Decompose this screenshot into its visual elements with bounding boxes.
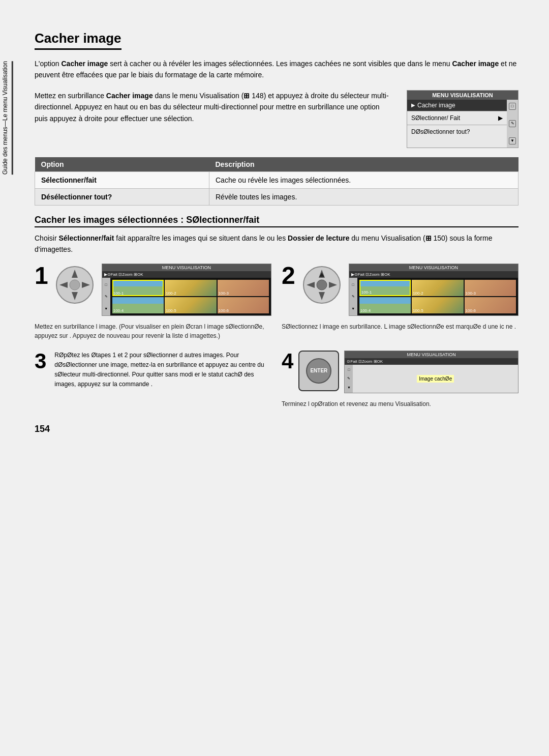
step-2-side-icons: □ ✎ ▼ — [349, 278, 357, 315]
menu-row2-label: DØsØlectionner tout? — [411, 128, 470, 135]
step-1-number-wrap: 1 — [35, 264, 48, 288]
menu-item-icon: ▶ — [411, 102, 415, 108]
step-1-thumbs: 100-1 100-2 100-3 100-4 100-5 100-6 — [110, 278, 271, 315]
enter-btn-label: ENTER — [306, 358, 331, 384]
step-3-caption: RØpØtez les Øtapes 1 et 2 pour sØlection… — [54, 351, 271, 409]
menu-row2: DØsØlectionner tout? — [407, 125, 507, 138]
step-1-number: 1 — [35, 262, 48, 289]
svg-point-5 — [70, 280, 80, 290]
table-row: Sélectionner/fait Cache ou révèle les im… — [35, 171, 518, 188]
step-4-image-area: Image cachØe — [353, 365, 518, 393]
step-2-number-wrap: 2 — [282, 264, 295, 288]
thumb-label-5: 100-5 — [166, 308, 176, 313]
step-1-block: 1 — [35, 264, 271, 340]
steps-1-2: 1 — [35, 264, 518, 340]
step-1-content: 1 — [35, 264, 271, 316]
thumb-2-4: 100-4 — [359, 297, 411, 313]
side-icon-3: ▼ — [509, 137, 516, 144]
side-icon-e: ✎ — [352, 295, 355, 299]
side-icon-g: □ — [348, 368, 350, 371]
section2-heading: Cacher les images sélectionnées : SØlect… — [35, 215, 518, 227]
thumb-grid-2: 100-1 100-2 100-3 100-4 100-5 100-6 — [357, 278, 518, 315]
thumb-label-3: 100-3 — [219, 291, 229, 296]
thumb-6: 100-6 — [218, 297, 269, 313]
step-4-caption: Terminez l opØration et revenez au menu … — [282, 399, 518, 409]
menu-row1-arrow: ▶ — [498, 114, 503, 122]
step-4-toolbar: ⊙Fait ⊡Zoom ⊞OK — [345, 358, 518, 365]
menu-side-icons: □ ✎ ▼ — [507, 100, 518, 148]
thumb-2-5: 100-5 — [412, 297, 463, 313]
option-table: Option Description Sélectionner/fait Cac… — [35, 157, 518, 206]
option-label-2: Désélectionner tout? — [41, 193, 112, 201]
step-1-menu: MENU VISUALISATION ▶⊙Fait ⊡Zoom ⊞OK □ ✎ … — [102, 264, 271, 316]
step-4-menu-body: □ ✎ ▼ Image cachØe — [345, 365, 518, 393]
thumb-label-2: 100-2 — [166, 291, 176, 296]
menu-screenshot: MENU VISUALISATION ▶ Cacher image SØlect… — [407, 90, 518, 148]
page-title: Cacher image — [35, 31, 121, 50]
option-label-1: Sélectionner/fait — [41, 176, 97, 184]
section2-intro-para: Choisir Sélectionner/fait fait apparaîtr… — [35, 232, 518, 255]
thumb-2-1: 100-1 — [359, 280, 411, 296]
step-1-menu-header: MENU VISUALISATION — [102, 264, 271, 271]
side-icon-h: ✎ — [347, 376, 350, 381]
thumb-2-3: 100-3 — [465, 280, 516, 296]
step-2-controller — [300, 264, 344, 307]
side-icon-a: □ — [105, 283, 107, 286]
step-4-side-icons: □ ✎ ▼ — [345, 365, 353, 393]
step-2-content: 2 — [282, 264, 518, 316]
side-icon-d: □ — [352, 283, 354, 286]
col-option-header: Option — [35, 157, 209, 172]
side-icon-c: ▼ — [104, 307, 108, 310]
step-2-menu: MENU VISUALISATION ▶⊙Fait ⊡Zoom ⊞OK □ ✎ … — [349, 264, 518, 316]
thumb-label-1: 100-1 — [113, 291, 124, 296]
thumb-label-2-6: 100-6 — [466, 308, 476, 313]
side-icon-b: ✎ — [105, 295, 108, 299]
steps-3-4: 3 RØpØtez les Øtapes 1 et 2 pour sØlecti… — [35, 351, 518, 409]
svg-point-11 — [317, 280, 327, 290]
side-icon-f: ▼ — [351, 307, 355, 310]
intro-text2: sert à cacher ou à révéler les images sé… — [108, 60, 452, 68]
menu-item-cacher: ▶ Cacher image — [407, 100, 507, 111]
thumb-label-2-1: 100-1 — [361, 290, 372, 295]
menu-row1: SØlectionner/ Fait ▶ — [407, 111, 507, 125]
step-2-toolbar: ▶⊙Fait ⊡Zoom ⊞OK — [349, 271, 518, 278]
thumb-5: 100-5 — [165, 297, 216, 313]
page-number: 154 — [35, 424, 518, 434]
body-text-col: Mettez en surbrillance Cacher image dans… — [35, 90, 394, 148]
page: Guide des menus—Le menu Visualisation Ca… — [0, 0, 549, 756]
thumb-label-4: 100-4 — [113, 308, 124, 313]
thumb-label-6: 100-6 — [219, 308, 229, 313]
side-tab: Guide des menus—Le menu Visualisation — [0, 0, 14, 756]
intro-text1: L'option — [35, 60, 62, 68]
side-icon-1: □ — [509, 103, 516, 110]
option-cell-1: Sélectionner/fait — [35, 171, 209, 188]
two-col-section: Mettez en surbrillance Cacher image dans… — [35, 90, 518, 148]
step-1-menu-body: □ ✎ ▼ 100-1 100-2 100-3 100-4 1 — [102, 278, 271, 315]
step-2-caption: SØlectionnez l image en surbrillance. L … — [282, 322, 518, 331]
step-2-menu-body: □ ✎ ▼ 100-1 100-2 100-3 100-4 1 — [349, 278, 518, 315]
menu-vis-header: MENU VISUALISATION — [407, 91, 518, 100]
menu-with-icons: ▶ Cacher image SØlectionner/ Fait ▶ DØsØ… — [407, 100, 518, 148]
table-row: Désélectionner tout? Révèle toutes les i… — [35, 188, 518, 205]
step-2-toolbar-icons: ▶⊙Fait ⊡Zoom ⊞OK — [351, 272, 390, 277]
intro-bold2: Cacher image — [452, 60, 499, 68]
step-4-menu: MENU VISUALISATION ⊙Fait ⊡Zoom ⊞OK □ ✎ ▼ — [344, 351, 518, 393]
col-desc-header: Description — [209, 157, 518, 172]
thumb-3: 100-3 — [218, 280, 269, 296]
thumb-2: 100-2 — [165, 280, 216, 296]
thumb-label-2-5: 100-5 — [413, 308, 423, 313]
thumb-label-2-2: 100-2 — [413, 291, 423, 296]
step-3-number: 3 — [35, 351, 46, 409]
thumb-label-2-3: 100-3 — [466, 291, 476, 296]
step-4-image-caption: Image cachØe — [417, 375, 454, 383]
side-tab-text: Guide des menus—Le menu Visualisation — [1, 61, 13, 175]
step-4-enter-btn: ENTER — [298, 351, 339, 391]
option-cell-2: Désélectionner tout? — [35, 188, 209, 205]
thumb-2-2: 100-2 — [412, 280, 463, 296]
section2-heading-text: Cacher les images sélectionnées : SØlect… — [35, 215, 259, 225]
thumb-label-2-4: 100-4 — [360, 308, 371, 313]
step-1-caption: Mettez en surbrillance l image. (Pour vi… — [35, 322, 271, 340]
step-4-block: 4 ENTER MENU VISUALISATION ⊙Fait ⊡Zoom ⊞… — [282, 351, 518, 409]
body-paragraph: Mettez en surbrillance Cacher image dans… — [35, 90, 394, 124]
step-4-number: 4 — [282, 351, 293, 372]
